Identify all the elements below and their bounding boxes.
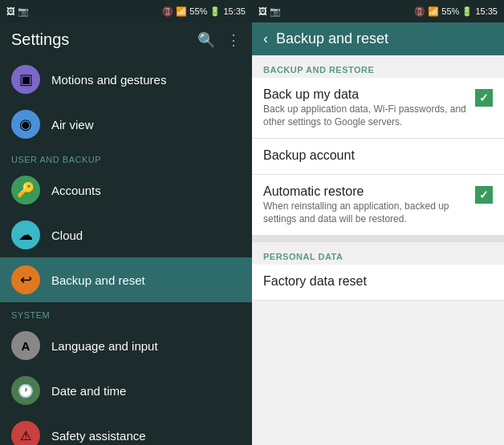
airview-label: Air view xyxy=(51,118,94,131)
search-icon[interactable]: 🔍 xyxy=(197,31,215,49)
backup-data-item[interactable]: Back up my data Back up application data… xyxy=(252,78,504,139)
sidebar-item-cloud[interactable]: ☁ Cloud xyxy=(0,212,252,257)
auto-restore-text: Automatic restore When reinstalling an a… xyxy=(263,184,469,225)
factory-reset-item[interactable]: Factory data reset xyxy=(252,265,504,301)
right-header-title: Backup and reset xyxy=(276,30,388,47)
cloud-icon: ☁ xyxy=(11,220,40,249)
safety-icon: ⚠ xyxy=(11,421,40,445)
motions-label: Motions and gestures xyxy=(51,73,166,87)
sidebar-item-accounts[interactable]: 🔑 Accounts xyxy=(0,168,252,212)
auto-restore-item[interactable]: Automatic restore When reinstalling an a… xyxy=(252,175,504,236)
cloud-label: Cloud xyxy=(51,229,83,242)
sidebar-item-motions[interactable]: ▣ Motions and gestures xyxy=(0,57,252,102)
left-status-left-icons: 🖼 📷 xyxy=(6,6,29,17)
datetime-icon: 🕐 xyxy=(11,376,40,405)
safety-label: Safety assistance xyxy=(51,429,146,443)
backup-data-text: Back up my data Back up application data… xyxy=(263,87,469,128)
sidebar-item-backup[interactable]: ↩ Backup and reset xyxy=(0,257,252,302)
left-panel: 🖼 📷 📵 📶 55% 🔋 15:35 Settings 🔍 ⋮ ▣ Motio… xyxy=(0,0,252,445)
datetime-label: Date and time xyxy=(51,384,126,398)
accounts-label: Accounts xyxy=(51,184,101,197)
personal-data-section-label: PERSONAL DATA xyxy=(252,242,504,265)
motions-icon: ▣ xyxy=(11,65,40,94)
backup-account-title: Backup account xyxy=(263,148,493,163)
sidebar-item-safety[interactable]: ⚠ Safety assistance xyxy=(0,413,252,445)
settings-title: Settings xyxy=(11,30,69,49)
factory-reset-title: Factory data reset xyxy=(263,274,493,289)
sidebar-item-language[interactable]: A Language and input xyxy=(0,323,252,368)
backup-account-text: Backup account xyxy=(263,148,493,164)
backup-icon: ↩ xyxy=(11,265,40,294)
backup-account-item[interactable]: Backup account xyxy=(252,139,504,175)
sidebar-item-datetime[interactable]: 🕐 Date and time xyxy=(0,368,252,413)
left-status-right-icons: 📵 📶 55% 🔋 15:35 xyxy=(162,6,246,17)
accounts-icon: 🔑 xyxy=(11,176,40,204)
more-options-icon[interactable]: ⋮ xyxy=(226,31,241,49)
right-status-right-icons: 📵 📶 55% 🔋 15:35 xyxy=(414,6,498,17)
backup-label: Backup and reset xyxy=(51,273,145,287)
airview-icon: ◉ xyxy=(11,110,40,139)
right-status-bar: 🖼 📷 📵 📶 55% 🔋 15:35 xyxy=(252,0,504,22)
backup-data-subtitle: Back up application data, Wi-Fi password… xyxy=(263,103,469,128)
left-status-bar: 🖼 📷 📵 📶 55% 🔋 15:35 xyxy=(0,0,252,22)
right-content: BACKUP AND RESTORE Back up my data Back … xyxy=(252,55,504,445)
sidebar-item-airview[interactable]: ◉ Air view xyxy=(0,102,252,147)
back-button[interactable]: ‹ xyxy=(263,30,268,47)
section-user-backup: USER AND BACKUP xyxy=(0,147,252,168)
language-icon: A xyxy=(11,331,40,360)
right-status-left-icons: 🖼 📷 xyxy=(258,6,281,17)
left-header-icons: 🔍 ⋮ xyxy=(197,31,241,49)
auto-restore-title: Automatic restore xyxy=(263,184,469,199)
factory-reset-text: Factory data reset xyxy=(263,274,493,290)
auto-restore-subtitle: When reinstalling an application, backed… xyxy=(263,200,469,225)
backup-data-checkbox[interactable] xyxy=(475,89,493,107)
backup-restore-section-label: BACKUP AND RESTORE xyxy=(252,55,504,78)
left-header: Settings 🔍 ⋮ xyxy=(0,22,252,57)
right-header: ‹ Backup and reset xyxy=(252,22,504,55)
auto-restore-checkbox[interactable] xyxy=(475,186,493,204)
settings-menu-list: ▣ Motions and gestures ◉ Air view USER A… xyxy=(0,57,252,445)
section-system: SYSTEM xyxy=(0,302,252,323)
section-separator xyxy=(252,236,504,242)
right-panel: 🖼 📷 📵 📶 55% 🔋 15:35 ‹ Backup and reset B… xyxy=(252,0,504,445)
backup-data-title: Back up my data xyxy=(263,87,469,102)
language-label: Language and input xyxy=(51,339,158,353)
